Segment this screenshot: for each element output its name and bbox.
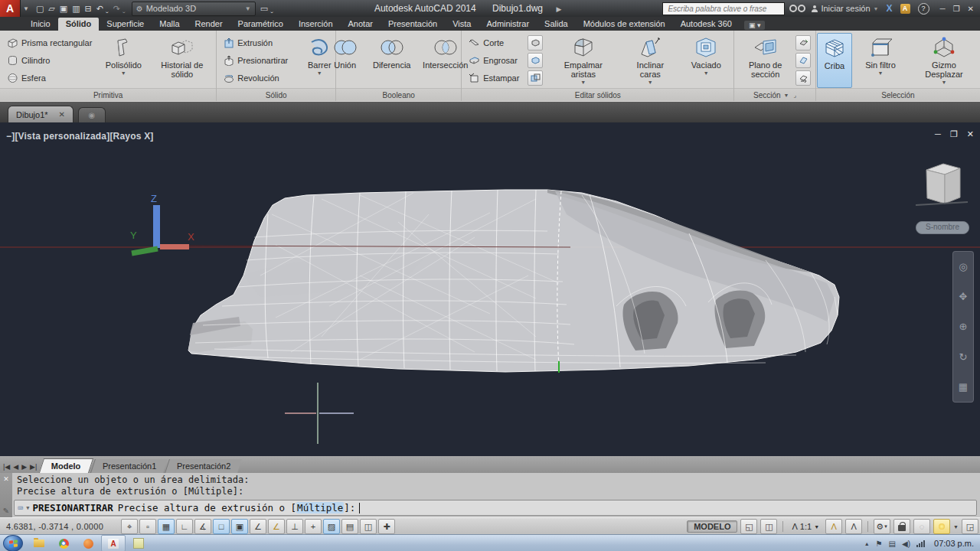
layout-nav-arrows[interactable]: |◀◀ ▶▶| bbox=[0, 463, 41, 473]
search-box[interactable] bbox=[662, 2, 785, 15]
autocad-logo[interactable]: A bbox=[0, 0, 21, 17]
close-command-icon[interactable]: ✕ bbox=[3, 475, 9, 483]
tab-solido[interactable]: Sólido bbox=[58, 18, 100, 31]
orbit-icon[interactable]: ↻ bbox=[959, 351, 968, 363]
sin-filtro-button[interactable]: Sin filtro ▼ bbox=[860, 33, 901, 88]
tab-inicio[interactable]: Inicio bbox=[23, 18, 58, 31]
minimize-button[interactable]: ─ bbox=[940, 5, 946, 13]
customize-command-icon[interactable]: ✎ bbox=[3, 507, 9, 515]
prisma-rectangular-button[interactable]: Prisma rectangular bbox=[5, 37, 94, 49]
live-section-icon[interactable] bbox=[795, 35, 811, 51]
save-as-icon[interactable]: ▥ bbox=[72, 4, 80, 14]
corte-button[interactable]: Corte bbox=[466, 37, 521, 49]
media-button[interactable]: ▣ ▾ bbox=[744, 21, 766, 30]
plot-icon[interactable]: ⊟ bbox=[85, 4, 92, 14]
viewport-controls-label[interactable]: −][Vista personalizada][Rayos X] bbox=[6, 131, 154, 142]
transparency-toggle[interactable]: ▨ bbox=[323, 519, 340, 534]
workspace-selector[interactable]: ⚙ Modelado 3D ▼ bbox=[132, 2, 256, 16]
search-input[interactable] bbox=[666, 4, 781, 14]
navigation-bar[interactable]: ◎ ✥ ⊕ ↻ ▦ bbox=[952, 251, 974, 403]
start-button[interactable] bbox=[3, 535, 23, 551]
annotation-visibility-icon[interactable]: Λ bbox=[825, 519, 842, 534]
help-icon[interactable]: ? bbox=[918, 3, 929, 15]
tray-expand-icon[interactable]: ▲ bbox=[864, 541, 870, 546]
taskbar-chrome[interactable] bbox=[52, 536, 75, 551]
tracking-3d-toggle[interactable]: ∠ bbox=[268, 519, 285, 534]
new-drawing-tab-button[interactable]: ◉ bbox=[78, 107, 106, 122]
workspace-switch-gear-icon[interactable]: ⚙▼ bbox=[874, 519, 890, 534]
recent-commands-icon[interactable]: ▼ bbox=[26, 505, 29, 511]
vp-minimize-button[interactable]: ─ bbox=[935, 129, 941, 139]
dynamic-ucs-toggle[interactable]: ⊥ bbox=[286, 519, 303, 534]
tab-render[interactable]: Render bbox=[188, 18, 230, 31]
command-input[interactable]: ⌨ ▼ PRESIONARTIRAR Precise altura de ext… bbox=[14, 500, 977, 516]
close-tab-icon[interactable]: ✕ bbox=[59, 110, 65, 119]
isolate-objects-icon[interactable]: ◌ bbox=[913, 519, 930, 534]
inclinar-caras-button[interactable]: Inclinar caras ▼ bbox=[623, 33, 677, 88]
taskbar-explorer[interactable] bbox=[28, 536, 51, 551]
criba-button[interactable]: Criba bbox=[817, 33, 852, 88]
taskbar-autocad[interactable]: A bbox=[101, 535, 126, 551]
search-binoculars-icon[interactable] bbox=[789, 5, 805, 12]
copy-edges-icon[interactable] bbox=[528, 70, 543, 86]
drawing-viewport[interactable]: Z Y X −][Vista personalizada][Rayos X] ─… bbox=[0, 122, 980, 456]
offset-edge-icon[interactable] bbox=[528, 53, 543, 68]
plano-seccion-button[interactable]: Plano de sección bbox=[739, 33, 792, 88]
restore-button[interactable]: ❐ bbox=[953, 5, 960, 13]
add-jog-icon[interactable] bbox=[795, 53, 811, 68]
pan-icon[interactable]: ✥ bbox=[959, 291, 968, 302]
object-snap-toggle[interactable]: □ bbox=[213, 519, 230, 534]
panel-caption-seleccion[interactable]: Selección bbox=[816, 88, 980, 101]
prompt-option[interactable]: Múltiple bbox=[296, 502, 344, 514]
quick-properties-toggle[interactable]: ▤ bbox=[341, 519, 358, 534]
polar-tracking-toggle[interactable]: ∡ bbox=[194, 519, 211, 534]
hardware-acceleration-icon[interactable] bbox=[933, 519, 950, 534]
sign-in-button[interactable]: Iniciar sesión ▼ bbox=[812, 4, 878, 13]
annotation-monitor-toggle[interactable]: ✚ bbox=[378, 519, 395, 534]
tab-anotar[interactable]: Anotar bbox=[341, 18, 381, 31]
selection-cycling-toggle[interactable]: ◫ bbox=[360, 519, 377, 534]
qat-customize-icon[interactable]: ▭ ˬ bbox=[260, 4, 273, 14]
undo-icon[interactable]: ↶ ˬ bbox=[96, 4, 109, 14]
tab-malla[interactable]: Malla bbox=[152, 18, 187, 31]
file-tab-dibujo1[interactable]: Dibujo1* ✕ bbox=[8, 106, 74, 122]
model-space-button[interactable]: MODELO bbox=[687, 520, 737, 533]
diferencia-button[interactable]: Diferencia bbox=[368, 33, 416, 88]
tab-presentacion1[interactable]: Presentación1 bbox=[90, 459, 168, 473]
clipboard-icon[interactable]: ▤ bbox=[889, 540, 896, 548]
extract-edges-icon[interactable] bbox=[528, 35, 543, 51]
viewcube-ucs-selector[interactable]: S-nombre bbox=[916, 221, 969, 234]
tab-administrar[interactable]: Administrar bbox=[479, 18, 537, 31]
snap-mode-toggle[interactable]: ▫ bbox=[139, 519, 156, 534]
annotation-scale-button[interactable]: Λ 1:1 ▼ bbox=[789, 521, 822, 532]
dynamic-input-toggle[interactable]: + bbox=[305, 519, 322, 534]
panel-caption-editar[interactable]: Editar sólidos bbox=[462, 88, 733, 101]
coordinates-readout[interactable]: 4.6381, -0.3714 , 0.0000 bbox=[0, 522, 121, 531]
tab-modulos[interactable]: Módulos de extensión bbox=[576, 18, 673, 31]
exchange-apps-icon[interactable]: X bbox=[887, 3, 893, 14]
panel-caption-primitiva[interactable]: Primitiva bbox=[0, 88, 216, 101]
zoom-icon[interactable]: ⊕ bbox=[959, 321, 968, 332]
taskbar-recorder[interactable] bbox=[77, 536, 100, 551]
infer-constraints-toggle[interactable]: ⌖ bbox=[121, 519, 138, 534]
a360-icon[interactable]: A bbox=[900, 4, 910, 14]
panel-caption-booleano[interactable]: Booleano bbox=[336, 88, 461, 101]
taskbar-clock[interactable]: 07:03 p.m. bbox=[934, 539, 974, 548]
quick-view-layouts-icon[interactable]: ◱ bbox=[740, 519, 757, 534]
close-button[interactable]: ✕ bbox=[968, 5, 974, 13]
tab-insercion[interactable]: Inserción bbox=[291, 18, 341, 31]
historial-solido-button[interactable]: Historial de sólido bbox=[152, 33, 211, 88]
panel-caption-seccion[interactable]: Sección ▼ ⌟ bbox=[734, 88, 815, 101]
union-button[interactable]: Unión bbox=[325, 33, 365, 88]
redo-icon[interactable]: ↷ ˬ bbox=[113, 4, 126, 14]
estampar-button[interactable]: Estampar bbox=[466, 72, 521, 83]
cilindro-button[interactable]: Cilindro bbox=[5, 54, 94, 67]
vp-close-button[interactable]: ✕ bbox=[967, 129, 974, 139]
open-file-icon[interactable]: ▱ bbox=[48, 4, 54, 14]
app-menu-arrow-icon[interactable]: ▼ bbox=[23, 5, 29, 12]
action-center-flag-icon[interactable]: ⚑ bbox=[876, 540, 883, 548]
showmotion-icon[interactable]: ▦ bbox=[959, 381, 968, 393]
tab-vista[interactable]: Vista bbox=[445, 18, 479, 31]
tab-modelo[interactable]: Modelo bbox=[39, 458, 93, 473]
esfera-button[interactable]: Esfera bbox=[5, 72, 94, 84]
